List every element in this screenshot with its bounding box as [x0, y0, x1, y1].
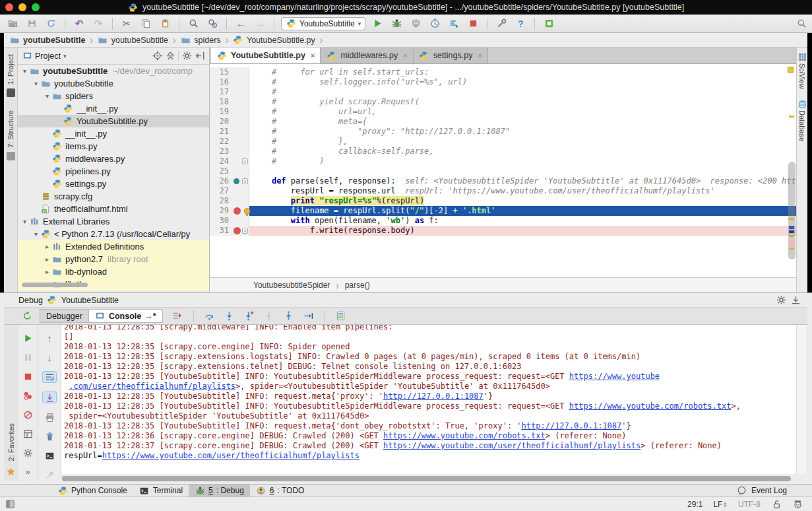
readonly-lock-icon[interactable]: [771, 499, 782, 510]
close-tab-icon[interactable]: ×: [403, 51, 407, 59]
show-python-prompt-button[interactable]: [42, 451, 57, 461]
tree-item-python2.7[interactable]: ▸python2.7library root: [18, 253, 209, 265]
code-line-27[interactable]: 27 respUrl = response.url respUrl: 'http…: [210, 186, 796, 196]
inspections-status-square[interactable]: [788, 67, 794, 73]
project-hscrollbar[interactable]: [22, 283, 88, 287]
fold-marker-icon[interactable]: ∧: [242, 228, 248, 234]
soft-wrap-button[interactable]: [42, 371, 57, 383]
step-out-button[interactable]: [283, 309, 295, 324]
code-line-19[interactable]: 19 # url=url,: [210, 107, 796, 117]
debug-console-output[interactable]: 2018-01-13 12:28:35 [scrapy.middleware] …: [61, 325, 796, 474]
code-line-26[interactable]: 26∨ def parse(self, response): self: <Yo…: [210, 176, 796, 186]
find-button[interactable]: [186, 17, 201, 31]
chevron-down-icon[interactable]: ▾: [63, 53, 67, 59]
rerun-button[interactable]: [20, 309, 34, 324]
run-with-coverage-button[interactable]: [408, 17, 423, 31]
code-line-25[interactable]: 25: [210, 166, 796, 176]
tree-collapse-icon[interactable]: ▸: [43, 256, 51, 263]
fold-marker-icon[interactable]: ∧: [242, 158, 248, 164]
tools-button[interactable]: [494, 17, 509, 31]
line-separator-selector[interactable]: LF⇕: [713, 500, 728, 509]
code-line-29[interactable]: 29 filename = respUrl.split("/")[-2] + '…: [210, 206, 796, 216]
project-structure-button[interactable]: [542, 17, 556, 31]
tree-item-youtubesubtitle.py[interactable]: YoutubeSubtitle.py: [18, 115, 209, 127]
pause-program-button[interactable]: [20, 352, 35, 362]
sciview-icon[interactable]: [798, 53, 807, 61]
tree-item--init-.py[interactable]: __init__.py: [18, 102, 209, 115]
breadcrumb-item-spiders[interactable]: spiders: [180, 35, 220, 46]
code-line-24[interactable]: 24∧ # ): [210, 156, 796, 166]
breakpoint-icon[interactable]: [234, 207, 241, 215]
close-window-button[interactable]: [5, 3, 13, 11]
file-encoding[interactable]: UTF-8: [738, 500, 761, 509]
tree-item-spiders[interactable]: ▾spiders: [18, 90, 209, 102]
minimize-window-button[interactable]: [18, 3, 26, 11]
panel-settings-gear-icon[interactable]: [181, 51, 192, 61]
save-all-button[interactable]: [24, 17, 39, 31]
tool-window-button-sciview[interactable]: SciView: [798, 63, 806, 89]
debug-tab-console[interactable]: Console →*: [88, 309, 163, 323]
tree-item-external-libraries[interactable]: ▾External Libraries: [18, 215, 209, 228]
tool-window-button-project[interactable]: 1: Project: [7, 54, 15, 85]
stop-button[interactable]: [466, 17, 480, 31]
console-hscrollbar[interactable]: [61, 475, 796, 482]
profiler-button[interactable]: [427, 17, 442, 31]
collapse-all-icon[interactable]: [165, 51, 175, 61]
step-into-button[interactable]: [224, 309, 235, 324]
console-link[interactable]: https://www.youtube: [569, 372, 660, 381]
console-vscrollbar[interactable]: [796, 325, 806, 474]
tree-expand-icon[interactable]: ▾: [20, 218, 29, 225]
print-console-button[interactable]: [42, 412, 57, 423]
caret-position[interactable]: 29:1: [687, 500, 703, 509]
scroll-to-end-button[interactable]: [42, 392, 57, 403]
code-area[interactable]: 15 # for url in self.start_urls:16 # sel…: [210, 64, 796, 277]
console-link[interactable]: https://www.youtube.com/user/theofficial…: [102, 451, 359, 460]
project-panel-title[interactable]: Project: [35, 51, 61, 61]
breadcrumb-item-youtubesubtitle-py[interactable]: YoutubeSubtitle.py: [233, 35, 315, 46]
code-line-23[interactable]: 23 # callback=self.parse,: [210, 147, 796, 156]
tree-item-youtubesubtitle[interactable]: ▾youtubeSubtitle~/dev/dev_root/comp: [18, 65, 209, 77]
database-icon[interactable]: [798, 100, 807, 108]
tool-window-button-favorites[interactable]: 2: Favorites: [7, 423, 15, 461]
concurrency-diagram-button[interactable]: [447, 17, 461, 31]
code-line-20[interactable]: 20 # meta={: [210, 117, 796, 127]
event-log-button[interactable]: Event Log: [737, 485, 787, 496]
code-line-31[interactable]: 31∧ f.write(response.body): [210, 226, 796, 236]
fold-marker-icon[interactable]: ∨: [242, 178, 248, 184]
code-line-18[interactable]: 18 # yield scrapy.Request(: [210, 97, 796, 107]
console-link[interactable]: http://127.0.0.1:1087: [383, 392, 484, 401]
console-link[interactable]: http://127.0.0.1:1087: [522, 421, 622, 430]
tree-item-theofficialhumf.html[interactable]: Htheofficialhumf.html: [18, 203, 209, 215]
tool-window-button-structure[interactable]: 7: Structure: [7, 110, 15, 148]
show-execution-point-button[interactable]: [172, 309, 183, 324]
project-tool-window-icon[interactable]: [7, 88, 15, 97]
code-line-21[interactable]: 21 # "proxy": "http://127.0.0.1:1087": [210, 127, 796, 137]
redo-button[interactable]: ↷: [91, 17, 106, 31]
inspections-hector-icon[interactable]: [792, 499, 803, 510]
console-link[interactable]: https://www.youtube.com/robots.txt: [569, 401, 732, 411]
copy-button[interactable]: [139, 17, 153, 31]
debugger-settings-button[interactable]: [20, 448, 35, 459]
tree-item--python-2.7.13-usr-local-cellar-py[interactable]: ▾< Python 2.7.13 (/usr/local/Cellar/py: [18, 228, 209, 240]
evaluate-expression-button[interactable]: [335, 309, 347, 324]
editor-tab-middlewares.py[interactable]: middlewares.py×: [321, 48, 413, 63]
tool-window-button-5-debug[interactable]: 5: Debug: [189, 485, 250, 497]
paste-button[interactable]: [158, 17, 172, 31]
debug-button[interactable]: [389, 17, 404, 31]
locate-file-icon[interactable]: [152, 51, 162, 61]
next-occurrence-button[interactable]: ↓: [42, 352, 57, 362]
favorites-star-icon[interactable]: [6, 466, 16, 477]
step-over-button[interactable]: [204, 309, 216, 324]
tree-item-items.py[interactable]: items.py: [18, 140, 209, 153]
editor-tab-settings.py[interactable]: settings.py×: [414, 48, 488, 63]
tree-expand-icon[interactable]: ▾: [20, 67, 29, 75]
code-line-30[interactable]: 30 with open(filename, 'wb') as f:: [210, 216, 796, 226]
breadcrumb-class[interactable]: YoutubesubtitleSpider: [253, 281, 330, 290]
hide-debug-panel-icon[interactable]: [790, 295, 801, 306]
replace-button[interactable]: [205, 17, 220, 31]
console-link[interactable]: https://www.youtube.com/user/theofficial…: [383, 441, 640, 450]
navigate-forward-button[interactable]: →: [253, 17, 267, 31]
editor-scrollbar[interactable]: [787, 64, 796, 277]
tool-window-button-terminal[interactable]: Terminal: [133, 485, 189, 497]
tree-expand-icon[interactable]: ▾: [32, 230, 40, 238]
